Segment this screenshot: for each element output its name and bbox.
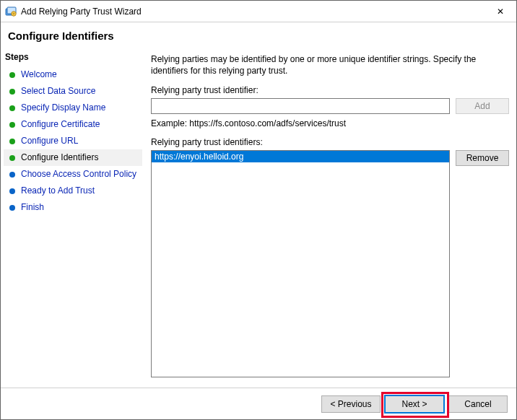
- step-bullet-icon: [9, 205, 15, 211]
- step-link[interactable]: Specify Display Name: [21, 102, 105, 113]
- wizard-window: Add Relying Party Trust Wizard ✕ Configu…: [0, 0, 517, 420]
- step-list: WelcomeSelect Data SourceSpecify Display…: [4, 66, 142, 216]
- wizard-body: Steps WelcomeSelect Data SourceSpecify D…: [1, 48, 516, 388]
- step-bullet-icon: [9, 188, 15, 194]
- step-link: Configure Identifiers: [21, 152, 98, 163]
- step-bullet-icon: [9, 139, 15, 144]
- example-text: Example: https://fs.contoso.com/adfs/ser…: [151, 118, 509, 128]
- step-bullet-icon: [9, 72, 15, 78]
- step-link[interactable]: Finish: [21, 202, 44, 213]
- identifiers-listbox[interactable]: https://enyoi.helloid.org: [151, 150, 450, 377]
- step-link[interactable]: Choose Access Control Policy: [21, 169, 136, 180]
- step-item[interactable]: Specify Display Name: [4, 100, 142, 116]
- step-item: Configure Identifiers: [4, 149, 142, 166]
- step-item[interactable]: Select Data Source: [4, 83, 142, 100]
- titlebar: Add Relying Party Trust Wizard ✕: [1, 1, 516, 22]
- next-button[interactable]: Next >: [385, 395, 444, 413]
- window-title: Add Relying Party Trust Wizard: [21, 6, 484, 17]
- wizard-footer: < Previous Next > Cancel: [1, 388, 516, 419]
- step-link[interactable]: Configure Certificate: [21, 119, 100, 130]
- list-item[interactable]: https://enyoi.helloid.org: [152, 151, 449, 162]
- intro-text: Relying parties may be identified by one…: [151, 53, 509, 76]
- step-bullet-icon: [9, 122, 15, 128]
- step-bullet-icon: [9, 155, 15, 161]
- step-bullet-icon: [9, 89, 15, 95]
- step-link[interactable]: Select Data Source: [21, 86, 95, 97]
- identifier-label: Relying party trust identifier:: [151, 85, 509, 95]
- close-button[interactable]: ✕: [484, 1, 516, 22]
- step-link[interactable]: Ready to Add Trust: [21, 185, 95, 196]
- step-bullet-icon: [9, 105, 15, 111]
- step-item[interactable]: Ready to Add Trust: [4, 183, 142, 199]
- step-item[interactable]: Configure Certificate: [4, 116, 142, 133]
- step-item[interactable]: Finish: [4, 199, 142, 216]
- add-button[interactable]: Add: [456, 98, 509, 114]
- step-link[interactable]: Configure URL: [21, 136, 78, 146]
- previous-button[interactable]: < Previous: [321, 395, 381, 413]
- identifier-input[interactable]: [151, 98, 450, 114]
- step-item[interactable]: Welcome: [4, 66, 142, 83]
- steps-heading: Steps: [4, 51, 142, 66]
- step-bullet-icon: [9, 172, 15, 178]
- step-link[interactable]: Welcome: [21, 69, 57, 80]
- main-panel: Relying parties may be identified by one…: [142, 48, 516, 388]
- steps-sidebar: Steps WelcomeSelect Data SourceSpecify D…: [1, 48, 142, 388]
- remove-button[interactable]: Remove: [456, 150, 509, 166]
- app-icon: [5, 6, 17, 17]
- step-item[interactable]: Choose Access Control Policy: [4, 166, 142, 183]
- cancel-button[interactable]: Cancel: [448, 395, 508, 413]
- step-item[interactable]: Configure URL: [4, 133, 142, 149]
- identifiers-list-label: Relying party trust identifiers:: [151, 137, 509, 147]
- close-icon: ✕: [497, 6, 504, 17]
- page-header: Configure Identifiers: [1, 22, 516, 48]
